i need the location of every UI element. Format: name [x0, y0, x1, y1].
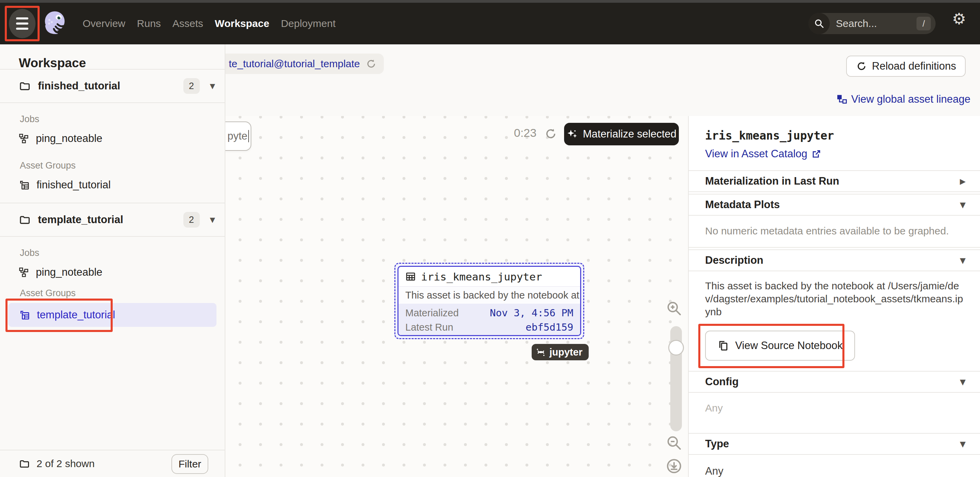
asset-groups-section-label: Asset Groups — [20, 288, 225, 299]
chevron-right-icon[interactable]: ▶ — [960, 177, 966, 185]
lineage-icon — [837, 94, 847, 105]
chevron-down-icon[interactable]: ▼ — [960, 256, 966, 265]
asset-graph-canvas[interactable]: pyte 0:23 Materialize selected iris_kmea… — [225, 116, 688, 477]
nav-overview[interactable]: Overview — [83, 18, 125, 29]
repo-count-summary: 2 of 2 shown — [37, 458, 95, 469]
zoom-out-icon[interactable] — [666, 435, 682, 451]
graph-filter-input[interactable]: pyte — [225, 122, 251, 151]
section-label: Materialization in Last Run — [705, 175, 839, 187]
copy-icon — [718, 340, 729, 352]
hamburger-menu-button[interactable] — [9, 9, 35, 38]
view-global-asset-lineage-link[interactable]: View global asset lineage — [837, 93, 970, 105]
latest-run-label: Latest Run — [405, 322, 453, 333]
repo-name: template_tutorial — [38, 214, 176, 226]
section-type[interactable]: Type ▼ — [689, 434, 980, 454]
repo-row-finished-tutorial[interactable]: finished_tutorial 2 ▼ — [0, 70, 225, 102]
refresh-icon[interactable] — [544, 127, 558, 141]
section-config[interactable]: Config ▼ — [689, 372, 980, 392]
job-name: ping_noteable — [36, 132, 102, 145]
asset-node-stats: Materialized Nov 3, 4:56 PM Latest Run e… — [398, 304, 580, 335]
asset-group-icon — [19, 309, 30, 320]
sidebar-footer: 2 of 2 shown Filter — [0, 450, 225, 477]
group-name: finished_tutorial — [37, 179, 111, 191]
asset-node-header: iris_kmeans_jupyter — [398, 267, 580, 286]
reload-definitions-label: Reload definitions — [872, 60, 956, 72]
search-icon — [808, 13, 830, 34]
sparkle-icon — [566, 128, 578, 140]
divider — [0, 236, 225, 237]
folder-icon — [19, 214, 30, 225]
refresh-icon[interactable] — [365, 58, 377, 70]
top-nav: Overview Runs Assets Workspace Deploymen… — [0, 3, 980, 44]
section-label: Metadata Plots — [705, 198, 780, 211]
chevron-down-icon[interactable]: ▼ — [210, 216, 215, 224]
chevron-down-icon[interactable]: ▼ — [210, 82, 215, 90]
chevron-down-icon[interactable]: ▼ — [960, 201, 966, 209]
config-value: Any — [689, 393, 980, 433]
chevron-down-icon[interactable]: ▼ — [960, 440, 966, 448]
dagster-octopus-logo[interactable] — [41, 9, 70, 38]
view-source-notebook-button[interactable]: View Source Notebook — [705, 331, 855, 361]
nav-runs[interactable]: Runs — [137, 18, 161, 29]
latest-run-value[interactable]: ebf5d159 — [525, 322, 573, 333]
repo-name: finished_tutorial — [38, 80, 176, 92]
asset-node-iris-kmeans-jupyter[interactable]: iris_kmeans_jupyter This asset is backed… — [395, 263, 584, 339]
jupyter-tag[interactable]: jupyter — [532, 344, 589, 360]
search-input[interactable]: Search... / — [808, 13, 935, 34]
repo-location-tag[interactable]: te_tutorial@tutorial_template — [225, 54, 384, 74]
sidebar-item-group-template-tutorial[interactable]: template_tutorial — [8, 303, 216, 327]
repo-count-badge: 2 — [183, 212, 200, 228]
section-metadata-plots[interactable]: Metadata Plots ▼ — [689, 195, 980, 215]
section-materialization-last-run[interactable]: Materialization in Last Run ▶ — [689, 171, 980, 192]
nav-assets[interactable]: Assets — [172, 18, 203, 29]
refresh-icon — [856, 60, 867, 72]
asset-node-card: iris_kmeans_jupyter This asset is backed… — [398, 266, 581, 336]
sidebar-item-job-ping-noteable[interactable]: ping_noteable — [0, 130, 225, 147]
section-label: Type — [705, 438, 729, 450]
repo-row-template-tutorial[interactable]: template_tutorial 2 ▼ — [0, 203, 225, 236]
reload-definitions-button[interactable]: Reload definitions — [846, 55, 966, 77]
repo-count-badge: 2 — [183, 78, 200, 94]
primary-nav: Overview Runs Assets Workspace Deploymen… — [83, 18, 336, 29]
type-value: Any — [689, 455, 980, 477]
external-link-icon — [811, 149, 822, 159]
metadata-empty-message: No numeric metadata entries available to… — [689, 216, 980, 247]
zoom-slider-handle[interactable] — [668, 340, 684, 355]
sidebar-title: Workspace — [0, 44, 225, 69]
view-global-asset-lineage-label: View global asset lineage — [851, 93, 970, 105]
materialized-row: Materialized Nov 3, 4:56 PM — [405, 306, 573, 320]
chevron-down-icon[interactable]: ▼ — [960, 378, 966, 386]
materialized-value[interactable]: Nov 3, 4:56 PM — [490, 307, 573, 319]
jobs-section-label: Jobs — [20, 248, 225, 258]
search-placeholder: Search... — [836, 18, 916, 29]
folder-icon — [19, 81, 30, 92]
sidebar-item-job-ping-noteable[interactable]: ping_noteable — [0, 264, 225, 280]
latest-run-row: Latest Run ebf5d159 — [405, 320, 573, 334]
text-cursor — [248, 130, 249, 142]
section-description[interactable]: Description ▼ — [689, 250, 980, 271]
job-graph-icon — [19, 267, 29, 277]
view-source-notebook-label: View Source Notebook — [735, 339, 843, 352]
table-icon — [405, 271, 416, 282]
gear-icon[interactable]: ⚙ — [952, 10, 966, 28]
asset-description-text: This asset is backed by the notebook at … — [705, 279, 966, 319]
section-gap — [689, 192, 980, 195]
view-in-asset-catalog-link[interactable]: View in Asset Catalog — [705, 148, 822, 160]
folder-icon — [19, 459, 30, 469]
nav-deployment[interactable]: Deployment — [281, 18, 336, 29]
asset-groups-section-label: Asset Groups — [20, 160, 225, 171]
refresh-timer: 0:23 — [514, 126, 536, 139]
materialize-selected-button[interactable]: Materialize selected — [564, 123, 679, 145]
section-gap — [689, 247, 980, 250]
dagster-app: Overview Runs Assets Workspace Deploymen… — [0, 0, 980, 477]
sidebar-item-group-finished-tutorial[interactable]: finished_tutorial — [0, 176, 225, 194]
group-name: template_tutorial — [37, 309, 115, 321]
zoom-in-icon[interactable] — [666, 300, 682, 317]
jobs-section-label: Jobs — [20, 114, 225, 125]
download-view-icon[interactable] — [666, 458, 682, 474]
asset-node-description: This asset is backed by the notebook at … — [398, 286, 580, 304]
filter-button[interactable]: Filter — [172, 454, 208, 474]
jupyter-logo-icon — [536, 347, 546, 357]
asset-node-title: iris_kmeans_jupyter — [421, 271, 542, 283]
nav-workspace[interactable]: Workspace — [215, 18, 269, 29]
